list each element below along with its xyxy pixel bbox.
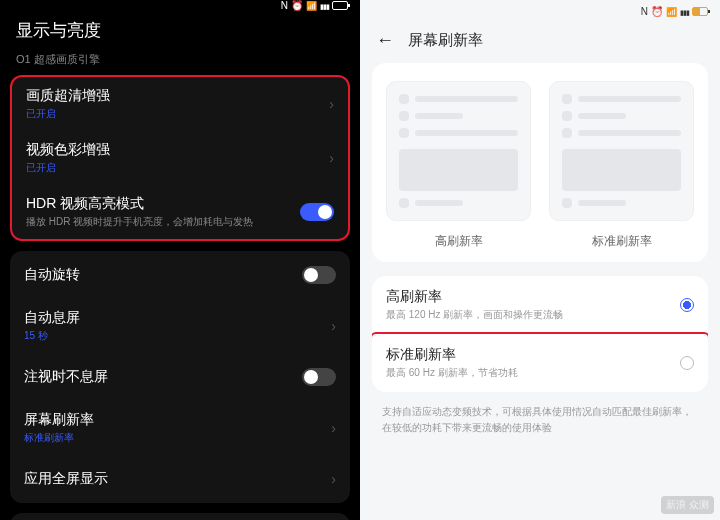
row-subtitle: 标准刷新率 bbox=[24, 431, 331, 445]
left-phone: N ⏰ 显示与亮度 O1 超感画质引擎 画质超清增强已开启›视频色彩增强已开启›… bbox=[0, 0, 360, 520]
battery-icon bbox=[692, 7, 708, 16]
row-title: 视频色彩增强 bbox=[26, 141, 329, 159]
illustration-card: 高刷新率 标准刷新率 bbox=[372, 63, 708, 262]
settings-row[interactable]: 注视时不息屏 bbox=[10, 353, 350, 401]
status-bar: N ⏰ bbox=[0, 0, 360, 11]
settings-row[interactable]: HDR 视频高亮模式播放 HDR 视频时提升手机亮度，会增加耗电与发热 bbox=[12, 185, 348, 239]
row-subtitle: 15 秒 bbox=[24, 329, 331, 343]
option-subtitle: 最高 60 Hz 刷新率，节省功耗 bbox=[386, 366, 680, 380]
right-phone: N ⏰ ← 屏幕刷新率 高刷新率 bbox=[360, 0, 720, 520]
signal-icon bbox=[680, 6, 689, 17]
row-title: 注视时不息屏 bbox=[24, 368, 302, 386]
settings-row[interactable]: 应用全屏显示› bbox=[10, 455, 350, 503]
illustration-label-high: 高刷新率 bbox=[386, 233, 531, 250]
row-subtitle: 已开启 bbox=[26, 107, 329, 121]
wifi-icon bbox=[666, 6, 677, 17]
chevron-right-icon: › bbox=[329, 96, 334, 112]
chevron-right-icon: › bbox=[331, 471, 336, 487]
radio-button[interactable] bbox=[680, 298, 694, 312]
page-title: 显示与亮度 bbox=[0, 11, 360, 52]
toggle[interactable] bbox=[302, 368, 336, 386]
row-subtitle: 已开启 bbox=[26, 161, 329, 175]
nfc-icon: N bbox=[641, 6, 648, 17]
alarm-icon: ⏰ bbox=[651, 6, 663, 17]
nfc-icon: N bbox=[281, 0, 288, 11]
settings-row[interactable]: 自动旋转 bbox=[10, 251, 350, 299]
illustration-label-standard: 标准刷新率 bbox=[549, 233, 694, 250]
settings-row[interactable]: 屏幕刷新率标准刷新率› bbox=[10, 401, 350, 455]
settings-row[interactable]: 自动息屏15 秒› bbox=[10, 299, 350, 353]
page-title: 屏幕刷新率 bbox=[408, 31, 483, 50]
refresh-option[interactable]: 标准刷新率最高 60 Hz 刷新率，节省功耗 bbox=[372, 332, 708, 392]
option-subtitle: 最高 120 Hz 刷新率，画面和操作更流畅 bbox=[386, 308, 680, 322]
back-button[interactable]: ← bbox=[376, 30, 394, 51]
wifi-icon bbox=[306, 0, 317, 11]
footnote: 支持自适应动态变频技术，可根据具体使用情况自动匹配最佳刷新率，在较低的功耗下带来… bbox=[360, 392, 720, 448]
chevron-right-icon: › bbox=[329, 150, 334, 166]
row-title: HDR 视频高亮模式 bbox=[26, 195, 300, 213]
display-options-card: 自动旋转自动息屏15 秒›注视时不息屏屏幕刷新率标准刷新率›应用全屏显示› bbox=[10, 251, 350, 503]
enhancement-card: 画质超清增强已开启›视频色彩增强已开启›HDR 视频高亮模式播放 HDR 视频时… bbox=[10, 75, 350, 241]
signal-icon bbox=[320, 0, 329, 11]
chevron-right-icon: › bbox=[331, 420, 336, 436]
row-subtitle: 播放 HDR 视频时提升手机亮度，会增加耗电与发热 bbox=[26, 215, 300, 229]
battery-icon bbox=[332, 1, 348, 10]
row-title: 应用全屏显示 bbox=[24, 470, 331, 488]
row-title: 自动息屏 bbox=[24, 309, 331, 327]
watermark: 新浪 众测 bbox=[661, 496, 714, 514]
option-title: 高刷新率 bbox=[386, 288, 680, 306]
illustration-high-refresh[interactable] bbox=[386, 81, 531, 221]
chevron-right-icon: › bbox=[331, 318, 336, 334]
illustration-standard-refresh[interactable] bbox=[549, 81, 694, 221]
section-label: O1 超感画质引擎 bbox=[0, 52, 360, 75]
row-title: 自动旋转 bbox=[24, 266, 302, 284]
suggestions-card: 你可能想找： 壁纸 bbox=[10, 513, 350, 520]
row-title: 屏幕刷新率 bbox=[24, 411, 331, 429]
toggle[interactable] bbox=[302, 266, 336, 284]
refresh-option[interactable]: 高刷新率最高 120 Hz 刷新率，画面和操作更流畅 bbox=[372, 276, 708, 334]
status-bar: N ⏰ bbox=[360, 0, 720, 22]
row-title: 画质超清增强 bbox=[26, 87, 329, 105]
header: ← 屏幕刷新率 bbox=[360, 22, 720, 63]
radio-button[interactable] bbox=[680, 356, 694, 370]
settings-row[interactable]: 画质超清增强已开启› bbox=[12, 77, 348, 131]
settings-row[interactable]: 视频色彩增强已开启› bbox=[12, 131, 348, 185]
toggle[interactable] bbox=[300, 203, 334, 221]
refresh-options: 高刷新率最高 120 Hz 刷新率，画面和操作更流畅标准刷新率最高 60 Hz … bbox=[372, 276, 708, 392]
alarm-icon: ⏰ bbox=[291, 0, 303, 11]
option-title: 标准刷新率 bbox=[386, 346, 680, 364]
